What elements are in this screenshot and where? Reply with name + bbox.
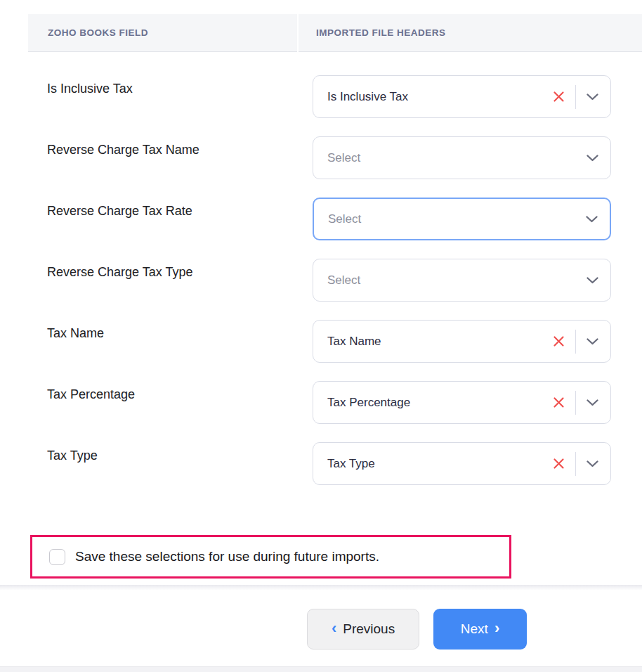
chevron-down-icon[interactable] [587,93,598,101]
table-row: Tax Name Tax Name [0,320,642,363]
zoho-field-label: Reverse Charge Tax Name [47,143,199,157]
clear-selection-icon[interactable] [553,396,565,408]
dropdown-selected-value: Is Inclusive Tax [327,90,553,104]
dropdown-divider [575,85,576,109]
save-selections-checkbox[interactable] [49,549,65,565]
zoho-field-label: Tax Name [47,326,104,341]
column-header-label: IMPORTED FILE HEADERS [316,27,446,38]
table-row: Reverse Charge Tax Rate Select [0,198,642,240]
table-row: Reverse Charge Tax Type Select [0,259,642,302]
dropdown-selected-value: Select [327,273,587,287]
dropdown-selected-value: Select [328,212,586,226]
column-header-label: ZOHO BOOKS FIELD [48,27,148,38]
imported-header-dropdown[interactable]: Tax Name [313,320,611,363]
import-field-mapping-page: ZOHO BOOKS FIELD IMPORTED FILE HEADERS I… [0,0,642,672]
table-row: Tax Percentage Tax Percentage [0,381,642,424]
annotation-highlight-box: Save these selections for use during fut… [30,535,511,579]
next-button[interactable]: Next › [433,609,527,650]
footer-divider-shadow [0,585,642,590]
imported-header-dropdown[interactable]: Select [313,136,611,179]
save-selections-label[interactable]: Save these selections for use during fut… [75,549,379,564]
chevron-down-icon[interactable] [586,216,598,223]
bottom-page-edge [0,666,642,672]
chevron-down-icon[interactable] [587,338,598,345]
previous-button-label: Previous [343,621,395,637]
dropdown-divider [575,391,576,415]
table-row: Tax Type Tax Type [0,442,642,485]
zoho-field-label: Reverse Charge Tax Type [47,265,192,280]
mapping-table-header: ZOHO BOOKS FIELD IMPORTED FILE HEADERS [28,14,642,52]
zoho-field-label: Tax Type [47,448,98,463]
table-row: Is Inclusive Tax Is Inclusive Tax [0,75,642,118]
imported-header-dropdown[interactable]: Tax Type [313,442,611,485]
clear-selection-icon[interactable] [553,458,565,470]
zoho-field-label: Reverse Charge Tax Rate [47,204,192,219]
chevron-right-icon: › [494,621,499,636]
imported-header-dropdown[interactable]: Is Inclusive Tax [313,75,611,118]
dropdown-selected-value: Tax Percentage [327,396,553,410]
column-header-zoho-books-field: ZOHO BOOKS FIELD [28,14,297,52]
clear-selection-icon[interactable] [553,91,565,103]
dropdown-divider [575,330,576,354]
dropdown-divider [575,452,576,476]
imported-header-dropdown[interactable]: Select [313,198,611,240]
next-button-label: Next [461,621,488,637]
chevron-down-icon[interactable] [587,277,598,284]
table-row: Reverse Charge Tax Name Select [0,136,642,179]
chevron-left-icon: ‹ [332,621,336,636]
previous-button[interactable]: ‹ Previous [307,609,419,650]
dropdown-selected-value: Tax Type [327,457,553,471]
dropdown-selected-value: Select [327,151,587,165]
zoho-field-label: Tax Percentage [47,387,135,402]
imported-header-dropdown[interactable]: Select [313,259,611,302]
chevron-down-icon[interactable] [587,155,598,162]
clear-selection-icon[interactable] [553,335,565,347]
dropdown-selected-value: Tax Name [327,335,553,349]
zoho-field-label: Is Inclusive Tax [47,82,133,96]
chevron-down-icon[interactable] [587,460,598,467]
imported-header-dropdown[interactable]: Tax Percentage [313,381,611,424]
column-header-imported-file-headers: IMPORTED FILE HEADERS [299,14,642,52]
chevron-down-icon[interactable] [587,399,598,406]
